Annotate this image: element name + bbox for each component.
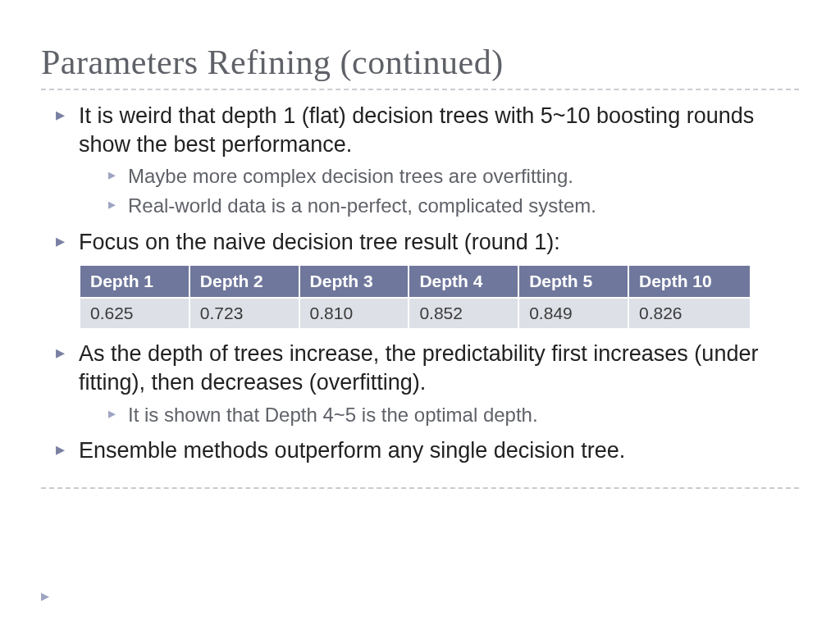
- page-title: Parameters Refining (continued): [41, 43, 799, 82]
- footer-arrow-icon: ▸: [41, 586, 49, 605]
- depth-table: Depth 1 Depth 2 Depth 3 Depth 4 Depth 5 …: [79, 264, 751, 330]
- depth-table-wrap: Depth 1 Depth 2 Depth 3 Depth 4 Depth 5 …: [79, 264, 751, 330]
- bullet-text: It is weird that depth 1 (flat) decision…: [79, 103, 754, 157]
- col-header: Depth 1: [80, 265, 189, 298]
- bullet-item: Focus on the naive decision tree result …: [56, 228, 799, 257]
- table-header-row: Depth 1 Depth 2 Depth 3 Depth 4 Depth 5 …: [80, 265, 751, 298]
- sub-item: It is shown that Depth 4~5 is the optima…: [108, 402, 799, 428]
- footer-divider: [41, 487, 799, 489]
- sub-item: Real-world data is a non-perfect, compli…: [108, 193, 799, 219]
- col-header: Depth 10: [628, 265, 751, 298]
- sub-list: It is shown that Depth 4~5 is the optima…: [79, 402, 799, 428]
- sub-text: Real-world data is a non-perfect, compli…: [128, 194, 596, 217]
- cell: 0.625: [80, 298, 189, 329]
- bullet-text: Ensemble methods outperform any single d…: [79, 438, 625, 463]
- bullet-item: It is weird that depth 1 (flat) decision…: [56, 102, 799, 220]
- bullet-list: As the depth of trees increase, the pred…: [41, 340, 799, 464]
- sub-text: It is shown that Depth 4~5 is the optima…: [128, 404, 538, 426]
- cell: 0.723: [189, 298, 299, 329]
- cell: 0.849: [518, 298, 628, 329]
- table-row: 0.625 0.723 0.810 0.852 0.849 0.826: [80, 298, 751, 329]
- title-divider: [41, 89, 799, 90]
- bullet-text: Focus on the naive decision tree result …: [79, 230, 560, 254]
- col-header: Depth 3: [299, 265, 409, 298]
- sub-item: Maybe more complex decision trees are ov…: [108, 163, 799, 189]
- bullet-item: Ensemble methods outperform any single d…: [56, 436, 799, 465]
- cell: 0.810: [299, 298, 409, 329]
- col-header: Depth 5: [518, 265, 628, 298]
- slide: Parameters Refining (continued) It is we…: [0, 0, 840, 630]
- col-header: Depth 2: [189, 265, 299, 298]
- bullet-list: It is weird that depth 1 (flat) decision…: [41, 102, 799, 256]
- bullet-text: As the depth of trees increase, the pred…: [79, 341, 758, 395]
- sub-text: Maybe more complex decision trees are ov…: [128, 165, 573, 187]
- cell: 0.826: [628, 298, 751, 329]
- col-header: Depth 4: [409, 265, 518, 298]
- bullet-item: As the depth of trees increase, the pred…: [56, 340, 799, 427]
- cell: 0.852: [409, 298, 518, 329]
- sub-list: Maybe more complex decision trees are ov…: [79, 163, 799, 220]
